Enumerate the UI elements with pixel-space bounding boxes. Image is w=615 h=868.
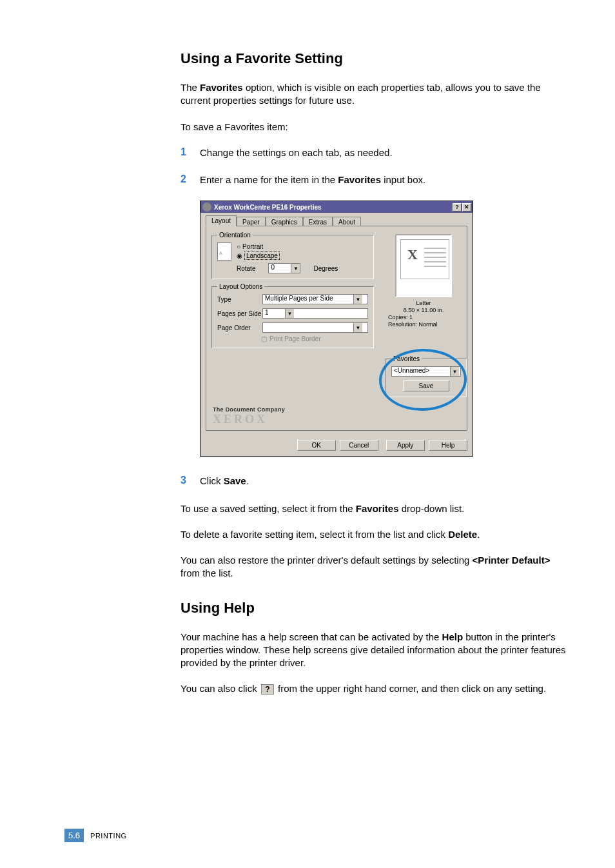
step-number: 3 xyxy=(181,475,200,488)
text: To use a saved setting, select it from t… xyxy=(181,503,356,514)
favorites-value: <Unnamed> xyxy=(392,367,450,376)
preview-resolution: Resolution: Normal xyxy=(386,321,462,328)
text: The xyxy=(181,82,200,93)
layout-options-group: Layout Options Type Multiple Pages per S… xyxy=(211,283,374,348)
step-1: 1 Change the settings on each tab, as ne… xyxy=(181,146,567,159)
type-value: Multiple Pages per Side xyxy=(263,295,353,304)
radio-landscape[interactable]: ◉Landscape xyxy=(237,252,280,260)
save-word: Save xyxy=(224,475,246,486)
text: drop-down list. xyxy=(399,503,465,514)
favorites-legend: Favorites xyxy=(391,355,422,362)
page-order-combo: ▼ xyxy=(262,322,368,333)
text: Click xyxy=(200,475,224,486)
page-order-value xyxy=(263,323,353,332)
favorites-word: Favorites xyxy=(356,503,399,514)
apply-button[interactable]: Apply xyxy=(386,440,425,451)
page-footer: 5.6 PRINTING xyxy=(64,829,127,842)
text: To delete a favorite setting item, selec… xyxy=(181,529,448,540)
pages-per-side-combo[interactable]: 1 ▼ xyxy=(262,308,368,319)
favorites-save-button[interactable]: Save xyxy=(403,380,449,391)
text: . xyxy=(477,529,480,540)
chevron-down-icon: ▼ xyxy=(291,264,300,273)
help-button[interactable]: Help xyxy=(429,440,467,451)
dialog-buttons-row: OK Cancel Apply Help xyxy=(200,436,473,456)
degrees-label: Degrees xyxy=(313,265,338,272)
help-paragraph-2: You can also click ? from the upper righ… xyxy=(181,682,567,695)
rotate-label: Rotate xyxy=(237,265,255,272)
step-2: 2 Enter a name for the item in the Favor… xyxy=(181,173,567,186)
text: You can also click xyxy=(181,683,260,694)
preview-paper-size: 8.50 × 11.00 in. xyxy=(386,307,462,314)
step-text: Click Save. xyxy=(200,475,249,488)
text: . xyxy=(246,475,249,486)
restore-default-paragraph: You can also restore the printer driver'… xyxy=(181,554,567,580)
delete-word: Delete xyxy=(448,529,477,540)
tab-panel-layout: Orientation ○Portrait ◉Landscape Rotate … xyxy=(206,226,467,431)
chevron-down-icon: ▼ xyxy=(285,309,294,318)
favorites-word: Favorites xyxy=(338,174,381,185)
rotate-value: 0 xyxy=(269,264,291,273)
type-label: Type xyxy=(217,296,262,303)
brand-line2: XEROX xyxy=(213,413,285,426)
text: Your machine has a help screen that can … xyxy=(181,631,442,642)
step-number: 1 xyxy=(181,146,200,159)
text: input box. xyxy=(381,174,425,185)
dialog-title: Xerox WorkCentre PE16 Properties xyxy=(214,204,452,211)
step-3: 3 Click Save. xyxy=(181,475,567,488)
app-icon xyxy=(202,202,211,212)
delete-paragraph: To delete a favorite setting item, selec… xyxy=(181,528,567,541)
favorites-word: Favorites xyxy=(200,82,243,93)
titlebar-close-button[interactable]: ✕ xyxy=(462,203,471,212)
preview-copies: Copies: 1 xyxy=(386,314,462,321)
page-number-badge: 5.6 xyxy=(64,829,84,842)
help-paragraph-1: Your machine has a help screen that can … xyxy=(181,631,567,670)
titlebar-help-button[interactable]: ? xyxy=(453,203,462,212)
preview-x: X xyxy=(407,246,418,263)
text: from the list. xyxy=(181,567,233,578)
page-order-label: Page Order xyxy=(217,324,262,331)
printer-default-word: <Printer Default> xyxy=(473,555,551,566)
pages-per-side-label: Pages per Side xyxy=(217,310,262,317)
heading-using-help: Using Help xyxy=(181,600,567,616)
preview-page-icon: X xyxy=(400,239,449,279)
step-text: Enter a name for the item in the Favorit… xyxy=(200,173,425,186)
properties-dialog: Xerox WorkCentre PE16 Properties ? ✕ Lay… xyxy=(200,201,473,457)
chevron-down-icon: ▼ xyxy=(353,323,362,332)
chevron-down-icon: ▼ xyxy=(353,295,362,304)
radio-portrait[interactable]: ○Portrait xyxy=(237,243,280,250)
brand-line1: The Document Company xyxy=(213,406,285,413)
to-save-intro: To save a Favorites item: xyxy=(181,121,567,133)
layout-options-legend: Layout Options xyxy=(217,283,264,290)
heading-favorite-setting: Using a Favorite Setting xyxy=(181,50,567,67)
brand-block: The Document Company XEROX xyxy=(213,406,285,426)
preview-pane: X Letter 8.50 × 11.00 in. Copies: 1 Reso… xyxy=(386,234,462,328)
ok-button[interactable]: OK xyxy=(297,440,336,451)
radio-label: Landscape xyxy=(244,252,280,260)
step-number: 2 xyxy=(181,173,200,186)
chevron-down-icon: ▼ xyxy=(450,367,459,376)
orientation-legend: Orientation xyxy=(217,232,253,239)
rotate-combo[interactable]: 0 ▼ xyxy=(268,263,300,273)
footer-section-label: PRINTING xyxy=(90,832,127,840)
help-word: Help xyxy=(442,631,464,642)
type-combo[interactable]: Multiple Pages per Side ▼ xyxy=(262,294,368,304)
pages-per-side-value: 1 xyxy=(263,309,285,318)
print-page-border-checkbox: ▢Print Page Border xyxy=(261,335,368,342)
text: from the upper right hand corner, and th… xyxy=(275,683,546,694)
text: Enter a name for the item in the xyxy=(200,174,338,185)
checkbox-label: Print Page Border xyxy=(269,335,321,342)
dialog-titlebar: Xerox WorkCentre PE16 Properties ? ✕ xyxy=(200,201,473,213)
favorites-group: Favorites <Unnamed> ▼ Save xyxy=(386,355,462,401)
favorites-combo[interactable]: <Unnamed> ▼ xyxy=(391,366,461,377)
tabs-row: Layout Paper Graphics Extras About xyxy=(206,215,467,226)
preview-paper-name: Letter xyxy=(386,300,462,307)
use-saved-paragraph: To use a saved setting, select it from t… xyxy=(181,502,567,515)
page-preview-icon xyxy=(217,242,231,261)
text: You can also restore the printer driver'… xyxy=(181,555,473,566)
step-text: Change the settings on each tab, as need… xyxy=(200,146,393,159)
cancel-button[interactable]: Cancel xyxy=(340,440,378,451)
radio-label: Portrait xyxy=(242,243,263,250)
tab-layout[interactable]: Layout xyxy=(206,215,237,226)
preview-box: X xyxy=(395,234,452,297)
question-mark-icon: ? xyxy=(261,684,274,695)
